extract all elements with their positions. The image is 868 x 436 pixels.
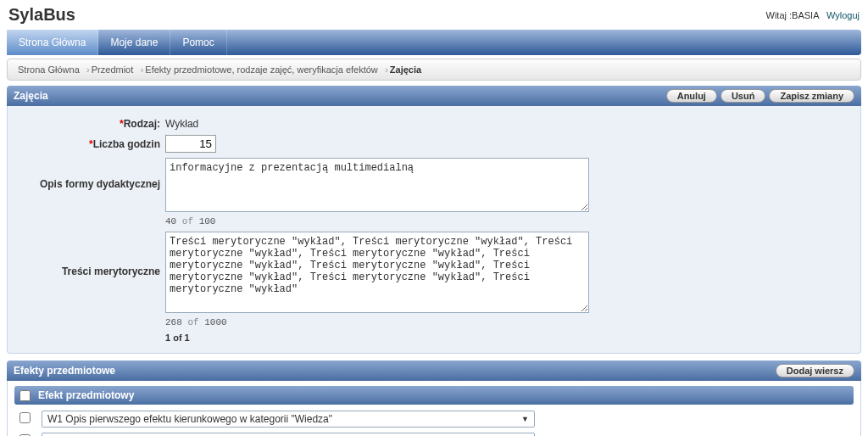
- main-tabs: Strona Główna Moje dane Pomoc: [7, 30, 861, 55]
- effects-title: Efekty przedmiotowe: [14, 365, 115, 377]
- welcome-prefix: Witaj :: [766, 10, 793, 20]
- liczba-label: *Liczba godzin: [14, 135, 165, 150]
- user-name: BASIA: [792, 10, 819, 20]
- crumb-effects[interactable]: Efekty przedmiotowe, rodzaje zajęć, wery…: [142, 63, 387, 76]
- chevron-down-icon: ▼: [521, 415, 529, 423]
- delete-button[interactable]: Usuń: [721, 89, 766, 103]
- add-row-button[interactable]: Dodaj wiersz: [776, 364, 854, 377]
- tresci-label: Treści merytoryczne: [14, 232, 165, 277]
- tresci-counter: 268 of 1000: [165, 317, 589, 327]
- pager: 1 of 1: [14, 333, 854, 343]
- table-row: W1 Opis pierwszego efektu kierunkowego w…: [14, 408, 854, 430]
- effect-select-text: W1 Opis pierwszego efektu kierunkowego w…: [47, 413, 332, 425]
- effects-table-header: Efekt przedmiotowy: [14, 386, 854, 405]
- select-all-checkbox[interactable]: [19, 390, 31, 401]
- save-button[interactable]: Zapisz zmiany: [769, 89, 854, 103]
- logout-link[interactable]: Wyloguj: [826, 10, 860, 20]
- effects-header-label: Efekt przedmiotowy: [38, 389, 134, 401]
- tab-home[interactable]: Strona Główna: [7, 30, 98, 55]
- cancel-button[interactable]: Anuluj: [666, 89, 717, 103]
- opis-label: Opis formy dydaktycznej: [14, 158, 165, 190]
- classes-title: Zajęcia: [14, 90, 48, 102]
- liczba-godzin-input[interactable]: [165, 135, 216, 153]
- effect-select[interactable]: W1 Opis pierwszego efektu kierunkowego w…: [42, 411, 535, 428]
- crumb-classes: Zajęcia: [387, 63, 430, 76]
- tab-my-data[interactable]: Moje dane: [98, 30, 170, 55]
- app-title: SylaBus: [8, 5, 75, 25]
- effect-select[interactable]: W2 Opis drugiego efektu kierunkowego w k…: [42, 433, 535, 436]
- user-area: Witaj :BASIA Wyloguj: [766, 10, 860, 20]
- tab-help[interactable]: Pomoc: [170, 30, 226, 55]
- crumb-subject[interactable]: Przedmiot: [88, 63, 142, 76]
- rodzaj-value: Wykład: [165, 115, 198, 130]
- tresci-textarea[interactable]: [165, 232, 589, 313]
- opis-counter: 40 of 100: [165, 216, 589, 226]
- table-row: W2 Opis drugiego efektu kierunkowego w k…: [14, 430, 854, 436]
- classes-section-header: Zajęcia Anuluj Usuń Zapisz zmiany: [7, 86, 861, 106]
- opis-textarea[interactable]: [165, 158, 589, 212]
- rodzaj-label: *Rodzaj:: [14, 115, 165, 130]
- crumb-home[interactable]: Strona Główna: [14, 63, 88, 76]
- row-checkbox[interactable]: [19, 412, 31, 423]
- breadcrumb: Strona Główna Przedmiot Efekty przedmiot…: [7, 59, 861, 81]
- effects-section-header: Efekty przedmiotowe Dodaj wiersz: [7, 361, 861, 381]
